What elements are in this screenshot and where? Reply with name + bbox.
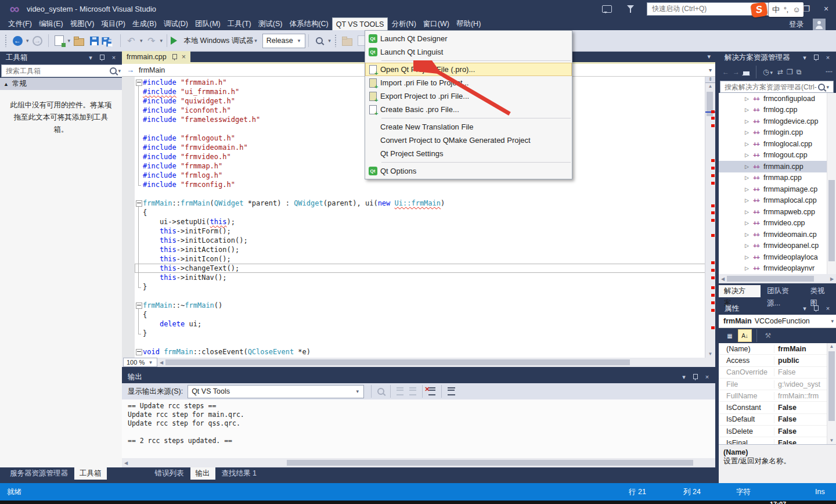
fold-marker[interactable] <box>135 199 143 208</box>
pin-tab-icon[interactable] <box>172 54 177 59</box>
close-panel-icon[interactable]: × <box>702 373 712 380</box>
expander-icon[interactable]: ▷ <box>745 118 753 124</box>
qt-menu-item[interactable]: Open Qt Project File (.pro)... <box>365 63 572 76</box>
split-editor-handle[interactable]: ⇕ <box>705 77 715 83</box>
sogou-ime-icon[interactable]: S <box>750 2 767 18</box>
output-hscrollbar-thumb[interactable] <box>287 460 693 466</box>
property-row[interactable]: Accesspublic <box>719 355 836 366</box>
start-debug-button[interactable]: 本地 Windows 调试器 ▾ <box>171 34 258 48</box>
expander-icon[interactable]: ▷ <box>745 197 753 203</box>
qt-menu-item[interactable]: QtLaunch Qt Designer <box>365 32 572 45</box>
open-file-button[interactable] <box>72 34 86 48</box>
navbar-dropdown-icon[interactable]: ▾ <box>709 67 712 73</box>
dock-tab[interactable]: 输出 <box>190 467 215 480</box>
qt-menu-item[interactable]: Import .pri File to Project... <box>365 76 572 89</box>
menu-c[interactable]: 体系结构(C) <box>286 17 331 30</box>
close-panel-icon[interactable]: × <box>109 54 118 61</box>
dock-tab[interactable]: 查找结果 1 <box>217 467 262 480</box>
redo-icon[interactable]: ↷ <box>145 34 158 48</box>
expander-icon[interactable]: ▷ <box>745 141 753 147</box>
ime-punctuation-mode[interactable]: °, <box>784 6 788 14</box>
expander-icon[interactable]: ▷ <box>745 186 753 192</box>
scroll-left-icon[interactable]: ◀ <box>122 460 130 466</box>
scroll-right-icon[interactable]: ▶ <box>828 276 836 282</box>
menu-h[interactable]: 帮助(H) <box>453 17 484 30</box>
scroll-down-icon[interactable]: ▼ <box>705 351 715 358</box>
property-row[interactable]: IsDeleteFalse <box>719 426 836 437</box>
qt-menu-item[interactable]: QtLaunch Qt Linguist <box>365 45 572 59</box>
pin-icon[interactable] <box>691 373 700 380</box>
se-tab[interactable]: 类视图 <box>805 285 835 297</box>
fold-marker[interactable] <box>135 347 143 357</box>
qt-menu-item[interactable]: QtQt Options <box>365 164 572 178</box>
feedback-icon[interactable] <box>602 5 612 13</box>
find-message-icon[interactable] <box>376 387 386 396</box>
pin-icon[interactable] <box>98 54 107 61</box>
qt-menu-item[interactable]: Create Basic .pro File... <box>365 103 572 116</box>
props-scroll-thumb[interactable] <box>828 351 835 421</box>
home-icon[interactable] <box>743 71 749 75</box>
close-button[interactable]: × <box>816 1 836 16</box>
solution-search-input[interactable] <box>723 82 818 92</box>
attach-to-process-button[interactable] <box>340 34 354 48</box>
tree-item-frmvideoplayloca[interactable]: ▷++frmvideoplayloca <box>719 251 836 263</box>
toolbox-section-general[interactable]: ▲ 常规 <box>0 78 122 90</box>
collapse-all-icon[interactable]: ❐ <box>787 68 793 76</box>
expander-icon[interactable]: ▷ <box>745 220 753 226</box>
menu-f[interactable]: 文件(F) <box>5 17 35 30</box>
property-row[interactable]: FullNamefrmMain::frm <box>719 390 836 402</box>
qt-menu-item[interactable]: Convert Project to QMake Generated Proje… <box>365 134 572 147</box>
expander-icon[interactable]: ▷ <box>745 129 753 135</box>
output-hscrollbar[interactable]: ◀ <box>122 458 715 467</box>
navigate-back-dropdown-icon[interactable]: ▾ <box>26 38 29 44</box>
window-position-chevron-icon[interactable]: ▾ <box>800 54 809 62</box>
se-tab[interactable]: 团队资源... <box>762 285 803 297</box>
menu-b[interactable]: 生成(B) <box>129 17 160 30</box>
tree-item-frmvideopanel.cp[interactable]: ▷++frmvideopanel.cp <box>719 240 836 252</box>
tab-frmmain-cpp[interactable]: frmmain.cpp × <box>122 51 190 62</box>
word-wrap-icon[interactable] <box>446 387 456 396</box>
output-source-select[interactable]: Qt VS Tools ▾ <box>188 385 364 398</box>
toolbox-search-box[interactable]: ▾ <box>1 64 125 77</box>
notifications-icon[interactable] <box>627 5 634 13</box>
menu-m[interactable]: 团队(M) <box>192 17 224 30</box>
tree-item-frmlogout.cpp[interactable]: ▷++frmlogout.cpp <box>719 150 836 161</box>
menu-qtvstools[interactable]: QT VS TOOLS <box>332 17 388 30</box>
scroll-up-icon[interactable]: ▲ <box>705 83 715 90</box>
editor-vertical-scrollbar[interactable]: ⇕ ▲ ▼ <box>705 77 715 358</box>
expander-icon[interactable]: ▷ <box>745 107 753 113</box>
close-panel-icon[interactable]: × <box>823 54 833 61</box>
redo-dropdown-icon[interactable]: ▾ <box>160 38 163 44</box>
tab-list-chevron-icon[interactable]: ▾ <box>707 53 711 60</box>
tree-hscrollbar[interactable]: ◀ ▶ <box>719 274 836 283</box>
window-position-chevron-icon[interactable]: ▾ <box>679 373 689 381</box>
new-file-dropdown-icon[interactable]: ▾ <box>68 38 71 44</box>
tree-item-frmmapimage.cp[interactable]: ▷++frmmapimage.cp <box>719 183 836 195</box>
tree-item-frmmap.cpp[interactable]: ▷++frmmap.cpp <box>719 172 836 184</box>
property-row[interactable]: CanOverrideFalse <box>719 367 836 379</box>
ime-emoji-icon[interactable]: ☺ <box>792 5 800 14</box>
toolbar-overflow-icon[interactable]: ᠁ <box>826 68 833 76</box>
pending-changes-filter-icon[interactable]: ◷▾ <box>763 68 774 76</box>
menu-v[interactable]: 视图(V) <box>67 17 98 30</box>
menu-p[interactable]: 项目(P) <box>98 17 129 30</box>
editor-hscrollbar-thumb[interactable] <box>165 359 630 365</box>
menu-s[interactable]: 测试(S) <box>255 17 286 30</box>
dock-tab[interactable]: 服务器资源管理器 <box>5 467 73 480</box>
toolbox-search-input[interactable] <box>5 66 110 75</box>
qt-menu-item[interactable]: Export Project to .pri File... <box>365 89 572 103</box>
tree-item-frmmain.cpp[interactable]: ▷++frmmain.cpp <box>719 161 836 172</box>
scroll-down-icon[interactable]: ▼ <box>827 437 836 444</box>
property-row[interactable]: (Name)frmMain <box>719 343 836 355</box>
property-row[interactable]: IsDefaultFalse <box>719 414 836 426</box>
find-dropdown-icon[interactable]: ▾ <box>328 38 331 44</box>
forward-icon[interactable]: → <box>733 68 740 76</box>
scroll-left-icon[interactable]: ◀ <box>157 360 165 365</box>
tree-hscroll-thumb[interactable] <box>727 276 814 282</box>
indicator-margin[interactable] <box>122 77 135 358</box>
qt-menu-item[interactable]: Create New Translation File <box>365 120 572 134</box>
solution-tree[interactable]: ▷++frmconfigupload▷++frmlog.cpp▷++frmlog… <box>719 93 836 274</box>
solution-search-box[interactable]: ▾ <box>720 81 834 93</box>
toolbar-grip[interactable] <box>5 34 8 47</box>
quick-launch-input[interactable] <box>651 4 758 13</box>
